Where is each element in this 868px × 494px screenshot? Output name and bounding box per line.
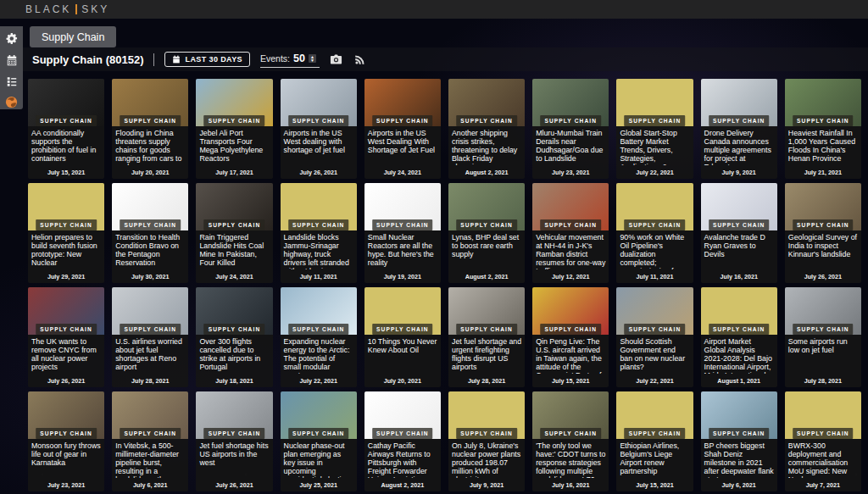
card-thumbnail: SUPPLY CHAIN [281, 391, 357, 439]
card-category-badge: SUPPLY CHAIN [36, 115, 97, 126]
news-card[interactable]: SUPPLY CHAIN Small Nuclear Reactors are … [364, 183, 441, 283]
news-card[interactable]: SUPPLY CHAIN 10 Things You Never Knew Ab… [364, 287, 441, 387]
card-date: July 28, 2021 [448, 377, 525, 385]
card-category-badge: SUPPLY CHAIN [456, 115, 517, 126]
news-card[interactable]: SUPPLY CHAIN Jet fuel shortage hits US a… [196, 391, 272, 491]
news-card[interactable]: SUPPLY CHAIN Expanding nuclear energy to… [281, 287, 357, 387]
checklist-icon[interactable] [5, 75, 18, 87]
card-title: Airports in the US West dealing with sho… [281, 126, 357, 165]
tab-supply-chain[interactable]: Supply Chain [30, 26, 116, 47]
logo-text-black: BLACK [25, 3, 71, 15]
rss-icon[interactable] [353, 53, 367, 66]
card-category-badge: SUPPLY CHAIN [36, 219, 97, 230]
card-title: Lynas, BHP deal set to boost rare earth … [448, 230, 525, 269]
news-card[interactable]: SUPPLY CHAIN Rain Triggered Landslide Hi… [196, 183, 272, 283]
card-thumbnail: SUPPLY CHAIN [112, 183, 188, 230]
card-title: Qin Peng Live: The U.S. aircraft arrived… [532, 335, 609, 374]
news-card[interactable]: SUPPLY CHAIN 90% work on White Oil Pipel… [616, 183, 693, 283]
card-category-badge: SUPPLY CHAIN [709, 324, 770, 335]
news-card[interactable]: SUPPLY CHAIN Jet fuel shortage and urgen… [448, 287, 525, 387]
news-card[interactable]: SUPPLY CHAIN Over 300 flights cancelled … [196, 287, 272, 387]
card-thumbnail: SUPPLY CHAIN [281, 79, 357, 126]
news-card[interactable]: SUPPLY CHAIN Jebel Ali Port Transports F… [196, 79, 272, 179]
news-card[interactable]: SUPPLY CHAIN Heaviest Rainfall In 1,000 … [785, 79, 861, 179]
news-card[interactable]: SUPPLY CHAIN In Vitebsk, a 500-millimete… [112, 391, 188, 491]
card-date: August 2, 2021 [448, 273, 525, 280]
card-title: Global Start-Stop Battery Market Trends,… [616, 126, 693, 165]
news-card[interactable]: SUPPLY CHAIN Landslide blocks Jammu-Srin… [281, 183, 357, 283]
card-thumbnail: SUPPLY CHAIN [701, 391, 777, 439]
card-title: Expanding nuclear energy to the Arctic: … [281, 335, 357, 374]
card-category-badge: SUPPLY CHAIN [540, 219, 601, 230]
card-thumbnail: SUPPLY CHAIN [616, 391, 693, 439]
card-category-badge: SUPPLY CHAIN [204, 428, 265, 439]
card-category-badge: SUPPLY CHAIN [540, 115, 601, 126]
news-card[interactable]: SUPPLY CHAIN Another shipping crisis str… [448, 79, 525, 179]
card-category-badge: SUPPLY CHAIN [372, 324, 433, 335]
card-title: Transition to Health Condition Bravo on … [112, 230, 188, 269]
card-thumbnail: SUPPLY CHAIN [28, 79, 104, 126]
card-date: July 28, 2021 [785, 377, 861, 385]
news-card[interactable]: SUPPLY CHAIN Flooding in China threatens… [112, 79, 188, 179]
card-category-badge: SUPPLY CHAIN [709, 219, 770, 230]
news-card[interactable]: SUPPLY CHAIN Qin Peng Live: The U.S. air… [532, 287, 609, 387]
news-card[interactable]: SUPPLY CHAIN Transition to Health Condit… [112, 183, 188, 283]
card-thumbnail: SUPPLY CHAIN [785, 391, 861, 439]
card-title: Jebel Ali Port Transports Four Mega Poly… [196, 126, 272, 165]
card-category-badge: SUPPLY CHAIN [540, 324, 601, 335]
news-card[interactable]: SUPPLY CHAIN The UK wants to remove CNYC… [28, 287, 104, 387]
news-card[interactable]: SUPPLY CHAIN Mluru-Mumbai Train Derails … [532, 79, 609, 179]
news-card[interactable]: SUPPLY CHAIN Nuclear phase-out plan emer… [281, 391, 357, 491]
news-card[interactable]: SUPPLY CHAIN Avalanche trade D Ryan Grav… [701, 183, 777, 283]
card-date: July 9, 2021 [701, 169, 777, 176]
card-category-badge: SUPPLY CHAIN [36, 324, 97, 335]
card-category-badge: SUPPLY CHAIN [793, 324, 854, 335]
news-card[interactable]: SUPPLY CHAIN BP cheers biggest Shah Deni… [701, 391, 777, 491]
news-card[interactable]: SUPPLY CHAIN Airports in the US West Dea… [364, 79, 441, 179]
news-card[interactable]: SUPPLY CHAIN Monsoon fury throws life ou… [28, 391, 104, 491]
card-category-badge: SUPPLY CHAIN [793, 115, 854, 126]
card-date: July 20, 2021 [112, 169, 188, 176]
stepper-down-icon[interactable]: ▼ [310, 58, 314, 62]
news-card[interactable]: SUPPLY CHAIN Should Scottish Government … [616, 287, 693, 387]
camera-icon[interactable] [330, 53, 343, 66]
feed-title: Supply Chain (80152) [32, 53, 143, 66]
news-card[interactable]: SUPPLY CHAIN Airport Market Global Analy… [701, 287, 777, 387]
events-count-input[interactable]: 50 [293, 53, 305, 64]
news-card[interactable]: SUPPLY CHAIN Geological Survey of India … [785, 183, 861, 283]
news-card[interactable]: SUPPLY CHAIN Lynas, BHP deal set to boos… [448, 183, 525, 283]
globe-icon[interactable] [5, 96, 18, 108]
card-category-badge: SUPPLY CHAIN [204, 219, 265, 230]
feed-header: Supply Chain (80152) LAST 30 DAYS Events… [0, 47, 868, 71]
news-card[interactable]: SUPPLY CHAIN On July 8, Ukraine's nuclea… [448, 391, 525, 491]
news-card[interactable]: SUPPLY CHAIN Some airports run low on je… [785, 287, 861, 387]
card-category-badge: SUPPLY CHAIN [120, 428, 181, 439]
card-date: July 6, 2021 [112, 481, 188, 489]
card-date: August 2, 2021 [448, 169, 525, 176]
card-thumbnail: SUPPLY CHAIN [364, 287, 441, 335]
news-card[interactable]: SUPPLY CHAIN Helion prepares to build se… [28, 183, 104, 283]
card-title: Mluru-Mumbai Train Derails near Dudhsaga… [532, 126, 609, 165]
card-date: July 20, 2021 [364, 377, 441, 385]
news-card[interactable]: SUPPLY CHAIN Cathay Pacific Airways Retu… [364, 391, 441, 491]
news-card[interactable]: SUPPLY CHAIN Global Start-Stop Battery M… [616, 79, 693, 179]
news-card[interactable]: SUPPLY CHAIN Airports in the US West dea… [281, 79, 357, 179]
news-card[interactable]: SUPPLY CHAIN U.S. airlines worried about… [112, 287, 188, 387]
news-card[interactable]: SUPPLY CHAIN AA conditionally supports t… [28, 79, 104, 179]
card-category-badge: SUPPLY CHAIN [288, 219, 349, 230]
news-card[interactable]: SUPPLY CHAIN 'The only tool we have:' CD… [532, 391, 609, 491]
calendar-icon[interactable] [5, 53, 18, 66]
card-category-badge: SUPPLY CHAIN [793, 428, 854, 439]
logo-divider [75, 4, 77, 14]
news-card[interactable]: SUPPLY CHAIN Vehicular movement at NH-44… [532, 183, 609, 283]
card-date: July 26, 2021 [281, 169, 357, 176]
news-card[interactable]: SUPPLY CHAIN Drone Delivery Canada annou… [701, 79, 777, 179]
card-title: Rain Triggered Landslide Hits Coal Mine … [196, 230, 272, 269]
date-range-button[interactable]: LAST 30 DAYS [164, 52, 250, 67]
news-card[interactable]: SUPPLY CHAIN BWRX-300 deployment and com… [785, 391, 861, 491]
card-thumbnail: SUPPLY CHAIN [701, 183, 777, 230]
card-date: July 12, 2021 [532, 273, 609, 280]
news-card[interactable]: SUPPLY CHAIN Ethiopian Airlines, Belgium… [616, 391, 693, 491]
gear-icon[interactable] [5, 32, 18, 45]
events-stepper[interactable]: ▲▼ [309, 54, 316, 63]
